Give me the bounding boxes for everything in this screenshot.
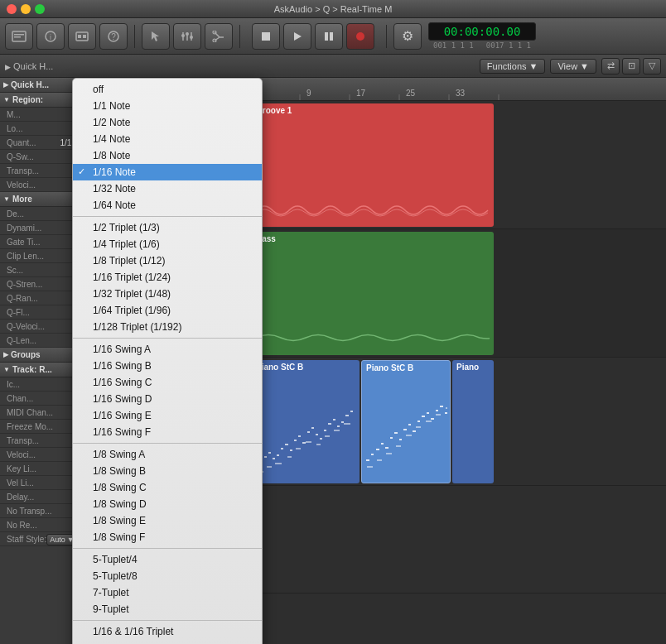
menu-item-1-32-note[interactable]: 1/32 Note xyxy=(73,180,262,197)
pause-button[interactable] xyxy=(315,23,343,50)
prop-midichan: MIDI Chan... xyxy=(0,406,80,420)
menu-item-1-4-note[interactable]: 1/4 Note xyxy=(73,131,262,147)
secondary-toolbar: ▶ Quick H... Functions ▼ View ▼ ⇄ ⊡ ▽ xyxy=(0,55,666,78)
quick-help-button[interactable]: ▶ Quick H... xyxy=(5,61,53,71)
prop-dynami: Dynami... xyxy=(0,221,80,235)
region-section-header[interactable]: ▼ Region: xyxy=(0,93,80,108)
svg-rect-89 xyxy=(277,454,279,456)
menu-item-off[interactable]: off xyxy=(73,81,262,98)
prop-ic: Ic... xyxy=(0,377,80,392)
menu-item-1-16-swing-e[interactable]: 1/16 Swing E xyxy=(73,407,262,424)
close-button[interactable] xyxy=(7,4,17,14)
stop-button[interactable] xyxy=(252,23,280,50)
quick-help-section[interactable]: ▶ Quick H... xyxy=(0,78,80,93)
svg-rect-94 xyxy=(298,435,301,437)
svg-rect-1 xyxy=(14,34,24,36)
menu-item-9-tuplet[interactable]: 9-Tuplet xyxy=(73,601,262,618)
svg-rect-103 xyxy=(337,425,340,427)
prop-staffstyle: Staff Style: Auto ▼ xyxy=(0,532,80,546)
menu-item-1-8-note[interactable]: 1/8 Note xyxy=(73,147,262,164)
svg-rect-114 xyxy=(325,435,330,437)
more-section-header[interactable]: ▼ More xyxy=(0,192,80,207)
menu-item-5-tuplet-4[interactable]: 5-Tuplet/4 xyxy=(73,551,262,568)
menu-item-1-16-swing-a[interactable]: 1/16 Swing A xyxy=(73,341,262,358)
menu-item-1-8-swing-c[interactable]: 1/8 Swing C xyxy=(73,479,262,496)
menu-item-1-4-triplet--1-6-[interactable]: 1/4 Triplet (1/6) xyxy=(73,236,262,252)
settings-button[interactable]: ⚙ xyxy=(393,23,422,50)
help-button[interactable]: ? xyxy=(99,23,128,50)
svg-rect-108 xyxy=(267,466,272,468)
region-bass1[interactable]: Bass xyxy=(252,232,494,355)
menu-item-1-16---1-8-triplet[interactable]: 1/16 & 1/8 Triplet xyxy=(73,640,262,644)
svg-rect-93 xyxy=(294,440,297,441)
toolbar-divider-1 xyxy=(134,25,135,48)
menu-item-1-16-swing-d[interactable]: 1/16 Swing D xyxy=(73,391,262,407)
menu-item-1-16-triplet--1-24-[interactable]: 1/16 Triplet (1/24) xyxy=(73,269,262,286)
menu-item-1-8-swing-f[interactable]: 1/8 Swing F xyxy=(73,529,262,545)
svg-rect-113 xyxy=(316,444,321,445)
pointer-tool-button[interactable] xyxy=(142,23,170,50)
menu-item-1-8-triplet--1-12-[interactable]: 1/8 Triplet (1/12) xyxy=(73,252,262,269)
svg-rect-20 xyxy=(325,32,328,41)
menu-item-1-16---1-16-triplet[interactable]: 1/16 & 1/16 Triplet xyxy=(73,623,262,640)
svg-rect-141 xyxy=(426,421,432,422)
menu-item-1-8-swing-d[interactable]: 1/8 Swing D xyxy=(73,496,262,512)
svg-rect-105 xyxy=(345,415,349,416)
media-browser-button[interactable] xyxy=(5,23,33,50)
prop-veloci2: Veloci... xyxy=(0,448,80,462)
catch-icon[interactable]: ⊡ xyxy=(622,58,640,74)
svg-text:i: i xyxy=(50,33,51,41)
scissors-tool-button[interactable] xyxy=(205,23,233,50)
menu-item-7-tuplet[interactable]: 7-Tuplet xyxy=(73,584,262,601)
region-piano3[interactable]: Piano xyxy=(452,360,494,483)
lane-groove: Groove 1 xyxy=(250,101,666,229)
menu-item-1-64-note[interactable]: 1/64 Note xyxy=(73,197,262,214)
menu-item-1-16-swing-b[interactable]: 1/16 Swing B xyxy=(73,358,262,374)
menu-item-1-64-triplet--1-96-[interactable]: 1/64 Triplet (1/96) xyxy=(73,302,262,319)
menu-item-1-16-note[interactable]: 1/16 Note xyxy=(73,164,262,180)
region-piano2[interactable]: Piano StC B xyxy=(361,360,451,483)
svg-rect-122 xyxy=(390,437,393,439)
svg-rect-109 xyxy=(275,463,282,464)
prop-keyli: Key Li... xyxy=(0,462,80,476)
toolbar-divider-2 xyxy=(239,25,240,48)
prop-de: De... xyxy=(0,207,80,221)
menu-item-5-tuplet-8[interactable]: 5-Tuplet/8 xyxy=(73,568,262,584)
menu-item-1-16-swing-f[interactable]: 1/16 Swing F xyxy=(73,424,262,440)
svg-rect-95 xyxy=(302,442,306,444)
menu-item-1-2-triplet--1-3-[interactable]: 1/2 Triplet (1/3) xyxy=(73,219,262,236)
title-bar: AskAudio > Q > Real-Time M xyxy=(0,0,666,18)
menu-item-1-128-triplet--1-192-[interactable]: 1/128 Triplet (1/192) xyxy=(73,319,262,335)
region-groove1[interactable]: Groove 1 xyxy=(252,103,494,227)
view-dropdown-button[interactable]: View ▼ xyxy=(550,59,596,74)
play-button[interactable] xyxy=(283,23,311,50)
menu-item-1-8-swing-a[interactable]: 1/8 Swing A xyxy=(73,446,262,463)
svg-rect-137 xyxy=(386,453,392,454)
inspector-button[interactable]: i xyxy=(36,23,65,50)
region-piano1[interactable]: Piano StC B xyxy=(252,360,360,483)
mixer-tool-button[interactable] xyxy=(173,23,201,50)
minimize-button[interactable] xyxy=(21,4,31,14)
svg-rect-116 xyxy=(344,423,350,425)
groups-section-header[interactable]: ▶ Groups xyxy=(0,348,80,363)
menu-item-1-2-note[interactable]: 1/2 Note xyxy=(73,114,262,131)
menu-item-1-8-swing-e[interactable]: 1/8 Swing E xyxy=(73,512,262,529)
track-section-header[interactable]: ▼ Track: R... xyxy=(0,363,80,377)
functions-dropdown-button[interactable]: Functions ▼ xyxy=(480,59,546,74)
menu-item-1-16-swing-c[interactable]: 1/16 Swing C xyxy=(73,374,262,391)
prop-lo: Lo... xyxy=(0,122,80,136)
editors-button[interactable] xyxy=(68,23,96,50)
prop-qsw: Q-Sw... xyxy=(0,150,80,164)
svg-rect-88 xyxy=(273,458,275,459)
record-button[interactable] xyxy=(346,23,374,50)
menu-item-1-1-note[interactable]: 1/1 Note xyxy=(73,98,262,114)
lane-synth xyxy=(250,486,666,594)
filter-icon[interactable]: ▽ xyxy=(643,58,661,74)
quantize-dropdown-menu: off1/1 Note1/2 Note1/4 Note1/8 Note1/16 … xyxy=(72,78,263,644)
menu-item-1-32-triplet--1-48-[interactable]: 1/32 Triplet (1/48) xyxy=(73,286,262,302)
maximize-button[interactable] xyxy=(35,4,45,14)
link-icon[interactable]: ⇄ xyxy=(601,58,620,74)
menu-item-1-8-swing-b[interactable]: 1/8 Swing B xyxy=(73,463,262,479)
traffic-lights[interactable] xyxy=(7,4,45,14)
prop-freezemo: Freeze Mo... xyxy=(0,420,80,434)
